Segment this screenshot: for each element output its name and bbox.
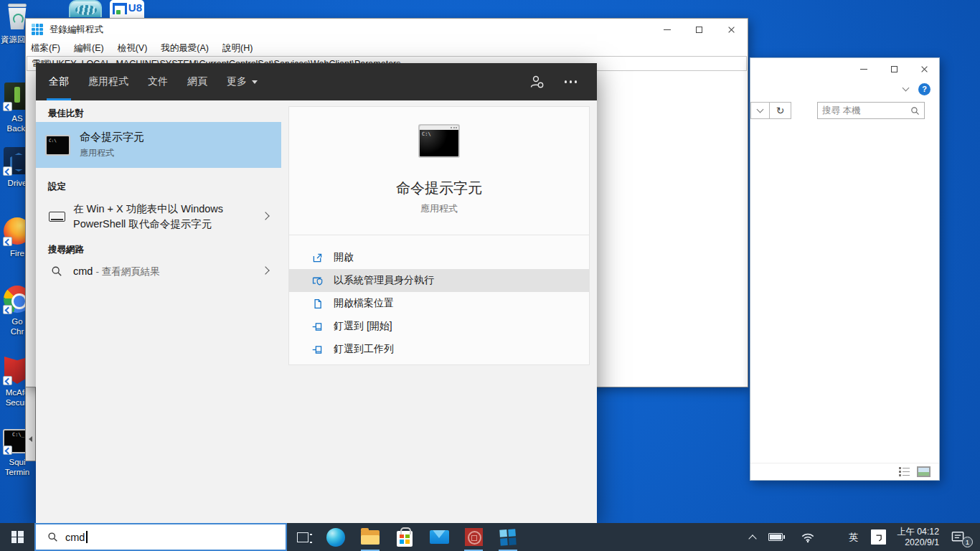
cmd-icon-large: C:\ xyxy=(418,124,460,158)
network-status[interactable] xyxy=(789,523,826,551)
menu-view[interactable]: 檢視(V) xyxy=(118,42,148,55)
scroll-left-arrow-icon[interactable] xyxy=(29,436,32,442)
tab-more-label: 更多 xyxy=(227,75,247,88)
taskbar-file-explorer-button[interactable] xyxy=(353,523,387,551)
minimize-button[interactable] xyxy=(651,19,683,40)
tab-apps[interactable]: 應用程式 xyxy=(88,63,128,100)
task-view-button[interactable] xyxy=(287,523,319,551)
settings-result-line2: PowerShell 取代命令提示字元 xyxy=(73,217,223,232)
maximize-button[interactable] xyxy=(683,19,715,40)
explorer-search-input[interactable] xyxy=(822,105,910,116)
shortcut-arrow-icon xyxy=(3,305,12,314)
explorer-search-box[interactable] xyxy=(817,102,925,119)
maximize-button[interactable] xyxy=(879,58,909,80)
mail-icon xyxy=(430,530,449,544)
registry-menubar: 檔案(F) 編輯(E) 檢視(V) 我的最愛(A) 說明(H) xyxy=(26,40,748,56)
best-match-result[interactable]: C:\ 命令提示字元 應用程式 xyxy=(36,122,281,168)
ime-language-indicator[interactable]: 英 xyxy=(842,523,864,551)
file-explorer-window: ? ↻ xyxy=(750,57,940,481)
search-panel-header: 全部 應用程式 文件 網頁 更多 xyxy=(36,63,597,100)
details-view-icon[interactable] xyxy=(899,467,910,476)
menu-edit[interactable]: 編輯(E) xyxy=(74,42,104,55)
maximize-icon xyxy=(696,27,702,33)
minimize-button[interactable] xyxy=(849,58,879,80)
explorer-titlebar[interactable] xyxy=(750,58,939,80)
tab-documents[interactable]: 文件 xyxy=(148,63,168,100)
tab-apps-label: 應用程式 xyxy=(88,75,128,88)
tray-time: 上午 04:12 xyxy=(897,527,939,537)
menu-help[interactable]: 說明(H) xyxy=(222,42,253,55)
taskbar-search-value: cmd xyxy=(65,532,85,543)
open-icon xyxy=(311,251,324,264)
tray-overflow-button[interactable] xyxy=(743,523,762,551)
pin-icon xyxy=(311,320,324,333)
search-icon xyxy=(51,265,62,277)
file-explorer-icon xyxy=(361,530,380,545)
start-button[interactable] xyxy=(0,523,34,551)
help-icon[interactable]: ? xyxy=(918,83,930,95)
more-options-icon[interactable] xyxy=(565,80,578,83)
taskbar-edge-button[interactable] xyxy=(319,523,353,551)
taskbar-cube-app-button[interactable] xyxy=(491,523,525,551)
action-center-button[interactable]: 1 xyxy=(943,523,976,551)
cmd-icon: C:\ xyxy=(45,135,70,156)
action-run-as-admin-label: 以系統管理員身分執行 xyxy=(334,274,434,287)
address-dropdown-button[interactable] xyxy=(750,102,770,119)
preview-subtitle: 應用程式 xyxy=(289,202,589,215)
taskbar-mail-button[interactable] xyxy=(422,523,456,551)
menu-favorites[interactable]: 我的最愛(A) xyxy=(161,42,209,55)
action-open[interactable]: 開啟 xyxy=(289,246,589,269)
close-icon xyxy=(727,26,735,34)
action-open-file-location[interactable]: 開啟檔案位置 xyxy=(289,292,589,315)
shortcut-arrow-icon xyxy=(3,237,12,246)
tab-web[interactable]: 網頁 xyxy=(187,63,207,100)
explorer-content-area[interactable] xyxy=(750,123,939,463)
web-search-result[interactable]: cmd - 查看網頁結果 xyxy=(36,258,281,284)
action-pin-to-start[interactable]: 釘選到 [開始] xyxy=(289,315,589,338)
clock[interactable]: 上午 04:12 2020/9/1 xyxy=(892,523,943,551)
explorer-statusbar xyxy=(750,463,939,480)
explorer-ribbon-row: ? xyxy=(750,80,939,98)
desktop-icon-u8[interactable]: U8 xyxy=(110,0,144,18)
tab-web-label: 網頁 xyxy=(187,75,207,88)
refresh-button[interactable]: ↻ xyxy=(770,102,791,119)
desktop: U8 資源回收筒 AS Backt Drive Fire Go Chr McAf… xyxy=(0,0,980,551)
best-match-subtitle: 應用程式 xyxy=(80,147,144,159)
desktop-icon-shell-app[interactable] xyxy=(69,0,102,18)
account-icon[interactable] xyxy=(529,74,545,90)
registry-window-title: 登錄編輯程式 xyxy=(50,24,103,36)
action-pin-to-taskbar-label: 釘選到工作列 xyxy=(334,343,394,356)
web-suffix: - 查看網頁結果 xyxy=(95,266,159,277)
action-run-as-admin[interactable]: 以系統管理員身分執行 xyxy=(289,269,589,292)
tab-all[interactable]: 全部 xyxy=(49,63,69,100)
tray-date: 2020/9/1 xyxy=(897,537,939,548)
taskbar-store-button[interactable] xyxy=(387,523,422,551)
chevron-right-icon xyxy=(261,266,269,274)
menu-file[interactable]: 檔案(F) xyxy=(31,42,60,55)
registry-titlebar[interactable]: 登錄編輯程式 xyxy=(26,19,748,40)
action-pin-to-taskbar[interactable]: 釘選到工作列 xyxy=(289,338,589,361)
taskbar-red-app-button[interactable] xyxy=(456,523,491,551)
taskbar-search-box[interactable]: cmd xyxy=(34,523,287,551)
search-icon xyxy=(47,532,58,542)
address-bar-fragment: ↻ xyxy=(750,102,791,119)
file-location-icon xyxy=(311,297,324,310)
text-caret xyxy=(86,531,87,543)
maximize-icon xyxy=(891,66,897,72)
monitor-icon xyxy=(49,212,65,222)
thumbnail-view-icon[interactable] xyxy=(917,466,930,477)
shortcut-arrow-icon xyxy=(3,102,12,111)
settings-result[interactable]: 在 Win + X 功能表中以 Windows PowerShell 取代命令提… xyxy=(36,195,281,238)
close-button[interactable] xyxy=(909,58,939,80)
action-open-label: 開啟 xyxy=(334,251,354,264)
registry-app-icon xyxy=(32,24,43,35)
preview-title: 命令提示字元 xyxy=(289,179,589,198)
collapse-ribbon-icon[interactable] xyxy=(903,84,910,91)
battery-status[interactable] xyxy=(762,523,789,551)
best-match-title: 命令提示字元 xyxy=(80,131,144,144)
action-pin-to-start-label: 釘選到 [開始] xyxy=(334,320,392,333)
close-button[interactable] xyxy=(715,19,748,40)
tab-more[interactable]: 更多 xyxy=(227,63,258,100)
ime-mode-button[interactable] xyxy=(864,523,892,551)
windows-logo-icon xyxy=(11,531,24,543)
